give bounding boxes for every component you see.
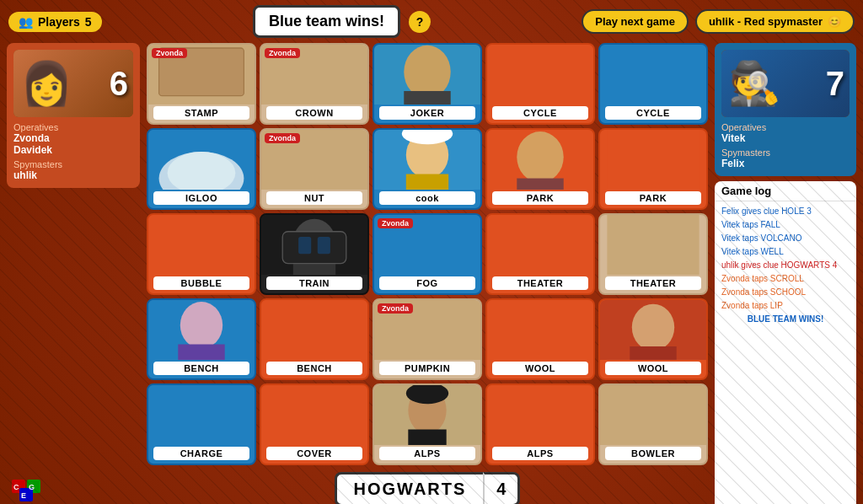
fog-label: FOG xyxy=(379,276,474,290)
cover-label: COVER xyxy=(266,447,362,460)
card-row3-5[interactable]: THEATER xyxy=(598,213,708,295)
card-row1-5[interactable]: CYCLE xyxy=(598,43,708,125)
theater-img xyxy=(487,215,593,275)
blue-operative: Vitek xyxy=(721,132,850,144)
card-row5-3[interactable]: ALPS xyxy=(373,383,482,465)
svg-text:E: E xyxy=(21,491,26,500)
card-theater[interactable]: THEATER xyxy=(485,213,595,295)
players-count: 5 xyxy=(85,15,92,29)
alps-label: ALPS xyxy=(492,447,587,460)
fog-tapper: Zvonda xyxy=(378,218,413,228)
card-wool[interactable]: WOOL xyxy=(485,298,595,380)
blue-team-info: Operatives Vitek Spymasters Felix xyxy=(721,122,850,169)
red-team-avatar: 6 xyxy=(13,50,133,117)
card-row4-1[interactable]: BENCH xyxy=(147,298,256,380)
clue-number: 4 xyxy=(483,472,520,504)
stamp-label: STAMP xyxy=(153,106,249,120)
crown-tapper: Zvonda xyxy=(265,48,300,58)
card-park[interactable]: PARK xyxy=(485,128,595,210)
cook-img xyxy=(374,130,480,190)
cycle-label: CYCLE xyxy=(492,106,587,120)
svg-rect-52 xyxy=(487,385,593,445)
red-spymasters-label: Spymasters xyxy=(13,159,133,169)
log-entry: BLUE TEAM WINS! xyxy=(721,313,850,326)
card-bench[interactable]: BENCH xyxy=(260,298,369,380)
players-badge: 👥 Players 5 xyxy=(8,12,102,32)
user-badge: uhlik - Red spymaster 😊 xyxy=(695,9,855,34)
game-log: Game log Felix gives clue HOLE 3Vitek ta… xyxy=(715,181,856,504)
svg-rect-20 xyxy=(406,174,448,190)
log-entry: Zvonda taps LIP xyxy=(721,299,850,313)
bubble-label: BUBBLE xyxy=(153,276,249,290)
card-bowler[interactable]: BOWLER xyxy=(598,383,708,465)
svg-rect-36 xyxy=(607,215,699,275)
card-cook[interactable]: cook xyxy=(373,128,482,210)
card-joker[interactable]: JOKER xyxy=(373,43,482,125)
red-team-info: Operatives Zvonda Davidek Spymasters uhl… xyxy=(13,122,133,181)
bowler-label: BOWLER xyxy=(605,447,700,460)
card-row4-5[interactable]: WOOL xyxy=(598,298,708,380)
card-fog[interactable]: Zvonda FOG xyxy=(373,213,482,295)
players-label: Players xyxy=(38,15,80,29)
main-layout: 6 Operatives Zvonda Davidek Spymasters u… xyxy=(0,43,863,504)
card-charge[interactable]: CHARGE xyxy=(147,383,256,465)
help-button[interactable]: ? xyxy=(409,11,431,33)
game-grid: Zvonda STAMP Zvonda CROWN xyxy=(147,43,708,465)
pumpkin-tapper: Zvonda xyxy=(378,303,413,314)
blue-operatives-label: Operatives xyxy=(721,122,850,132)
svg-rect-32 xyxy=(298,237,311,254)
card-stamp[interactable]: Zvonda STAMP xyxy=(147,43,256,125)
game-log-entries: Felix gives clue HOLE 3Vitek taps FALLVi… xyxy=(715,201,856,504)
svg-rect-45 xyxy=(630,346,676,360)
wool-img xyxy=(487,300,593,360)
park-img xyxy=(487,130,593,190)
svg-rect-42 xyxy=(487,300,593,360)
log-entry: Felix gives clue HOLE 3 xyxy=(721,205,850,218)
svg-rect-26 xyxy=(607,130,699,190)
cge-logo: C G E xyxy=(7,475,140,504)
cook-label: cook xyxy=(379,191,474,205)
blue-team-score: 7 xyxy=(826,65,844,103)
svg-point-10 xyxy=(404,46,450,99)
log-entry: Zvonda taps SCHOOL xyxy=(721,286,850,299)
win-banner: Blue team wins! xyxy=(253,5,400,38)
cover-img xyxy=(261,385,367,445)
card-cycle[interactable]: CYCLE xyxy=(485,43,595,125)
card-bubble[interactable]: BUBBLE xyxy=(147,213,256,295)
clue-bar: HOGWARTS 4 xyxy=(147,469,708,504)
row1-5-label: CYCLE xyxy=(605,106,700,120)
card-alps[interactable]: ALPS xyxy=(485,383,595,465)
joker-label: JOKER xyxy=(379,106,474,120)
park-label: PARK xyxy=(492,191,587,205)
card-pumpkin[interactable]: Zvonda PUMPKIN xyxy=(373,298,482,380)
svg-rect-12 xyxy=(487,45,593,105)
igloo-img xyxy=(148,130,255,190)
train-label: TRAIN xyxy=(266,276,362,290)
red-team-score: 6 xyxy=(110,65,128,103)
header-center: Blue team wins! ? xyxy=(253,5,431,38)
cycle-img xyxy=(487,45,593,105)
card-row2-5[interactable]: PARK xyxy=(598,128,708,210)
charge-label: CHARGE xyxy=(153,447,249,460)
card-nut[interactable]: Zvonda NUT xyxy=(260,128,369,210)
bench-label: BENCH xyxy=(266,362,362,375)
svg-rect-50 xyxy=(408,430,446,445)
card-cover[interactable]: COVER xyxy=(260,383,369,465)
card-crown[interactable]: Zvonda CROWN xyxy=(260,43,369,125)
card-igloo[interactable]: IGLOO xyxy=(147,128,256,210)
nut-tapper: Zvonda xyxy=(265,133,300,143)
red-team-card: 6 Operatives Zvonda Davidek Spymasters u… xyxy=(7,43,140,188)
stamp-tapper: Zvonda xyxy=(152,48,187,58)
log-entry: Vitek taps WELL xyxy=(721,245,850,259)
left-panel: 6 Operatives Zvonda Davidek Spymasters u… xyxy=(7,43,140,504)
play-next-button[interactable]: Play next game xyxy=(582,9,689,34)
blue-team-card: 7 Operatives Vitek Spymasters Felix xyxy=(715,43,856,176)
blue-spymasters-label: Spymasters xyxy=(721,147,850,158)
theater-label: THEATER xyxy=(492,276,587,290)
clue-word: HOGWARTS xyxy=(335,472,484,504)
svg-rect-35 xyxy=(487,215,593,275)
svg-rect-33 xyxy=(318,237,330,254)
svg-text:C: C xyxy=(13,483,19,491)
card-train[interactable]: TRAIN xyxy=(260,213,369,295)
wool-label: WOOL xyxy=(492,362,587,375)
